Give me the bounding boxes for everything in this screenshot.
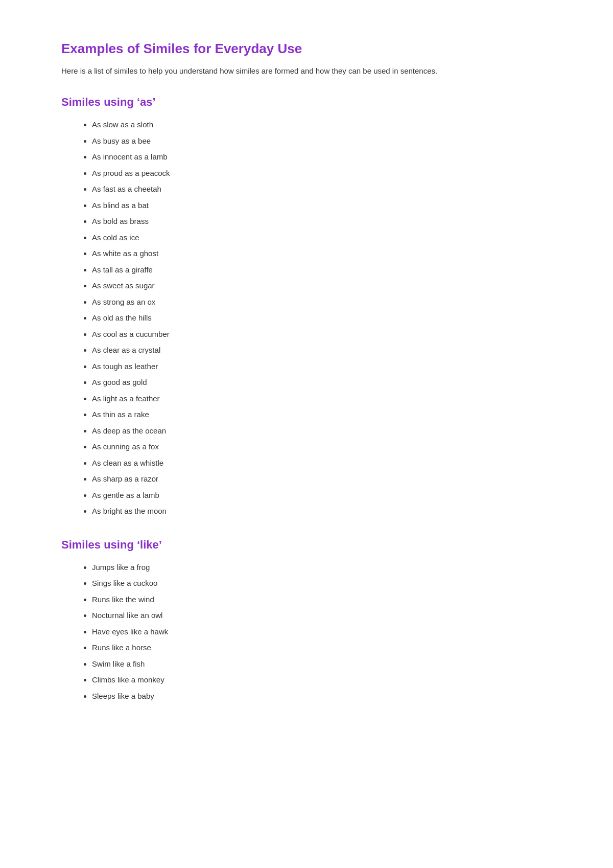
like-similes-list: Jumps like a frogSings like a cuckooRuns… [61, 561, 552, 703]
list-item: As sharp as a razor [92, 472, 552, 486]
list-item: Runs like a horse [92, 641, 552, 654]
list-item: As innocent as a lamb [92, 150, 552, 164]
list-item: As bold as brass [92, 215, 552, 228]
list-item: Jumps like a frog [92, 561, 552, 574]
page-title: Examples of Similes for Everyday Use [61, 41, 552, 57]
list-item: As old as the hills [92, 311, 552, 325]
list-item: Swim like a fish [92, 657, 552, 671]
list-item: As tough as leather [92, 360, 552, 373]
list-item: As clear as a crystal [92, 344, 552, 357]
list-item: As good as gold [92, 376, 552, 389]
list-item: Sleeps like a baby [92, 690, 552, 703]
intro-paragraph: Here is a list of similes to help you un… [61, 65, 470, 77]
list-item: As cold as ice [92, 231, 552, 244]
list-item: Sings like a cuckoo [92, 577, 552, 590]
list-item: As slow as a sloth [92, 118, 552, 131]
as-similes-list: As slow as a slothAs busy as a beeAs inn… [61, 118, 552, 518]
list-item: As blind as a bat [92, 199, 552, 212]
list-item: Have eyes like a hawk [92, 625, 552, 638]
list-item: As strong as an ox [92, 295, 552, 309]
list-item: As clean as a whistle [92, 456, 552, 470]
list-item: As white as a ghost [92, 247, 552, 260]
like-similes-section: Similes using ‘like’ Jumps like a frogSi… [61, 538, 552, 703]
list-item: As deep as the ocean [92, 424, 552, 438]
list-item: As cunning as a fox [92, 440, 552, 453]
list-item: As busy as a bee [92, 134, 552, 148]
list-item: As tall as a giraffe [92, 263, 552, 277]
list-item: Runs like the wind [92, 593, 552, 606]
list-item: As gentle as a lamb [92, 489, 552, 502]
list-item: As bright as the moon [92, 505, 552, 518]
as-similes-section: Similes using ‘as’ As slow as a slothAs … [61, 96, 552, 518]
list-item: As light as a feather [92, 392, 552, 405]
list-item: Climbs like a monkey [92, 673, 552, 687]
as-similes-heading: Similes using ‘as’ [61, 96, 552, 109]
list-item: As fast as a cheetah [92, 182, 552, 196]
list-item: As cool as a cucumber [92, 328, 552, 341]
list-item: As sweet as sugar [92, 279, 552, 292]
list-item: As proud as a peacock [92, 167, 552, 180]
like-similes-heading: Similes using ‘like’ [61, 538, 552, 552]
list-item: As thin as a rake [92, 408, 552, 421]
list-item: Nocturnal like an owl [92, 609, 552, 622]
